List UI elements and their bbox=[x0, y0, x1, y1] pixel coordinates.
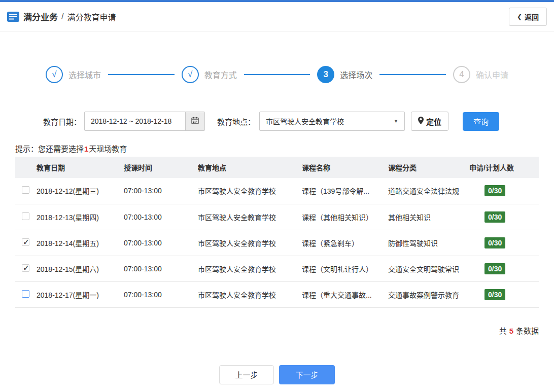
cell-course-name: 课程（紧急刹车） bbox=[302, 230, 388, 256]
location-pin-icon bbox=[418, 117, 424, 126]
cell-education-date: 2018-12-15(星期六) bbox=[37, 256, 124, 281]
table-row: 2018-12-14(星期五) 07:00-13:00 市区驾驶人安全教育学校 … bbox=[15, 230, 539, 256]
table-row: 2018-12-15(星期六) 07:00-13:00 市区驾驶人安全教育学校 … bbox=[15, 256, 539, 281]
table-header-row: 教育日期 授课时间 教育地点 课程名称 课程分类 申请/计划人数 bbox=[15, 157, 539, 178]
row-checkbox[interactable] bbox=[22, 212, 29, 220]
row-checkbox[interactable] bbox=[22, 290, 29, 298]
cell-education-location: 市区驾驶人安全教育学校 bbox=[198, 178, 302, 204]
cell-course-name: 课程（其他相关知识） bbox=[302, 204, 388, 230]
header-education-date: 教育日期 bbox=[37, 157, 124, 178]
row-checkbox[interactable] bbox=[22, 264, 29, 272]
locate-button[interactable]: 定位 bbox=[411, 112, 448, 131]
step-1-label: 选择城市 bbox=[68, 68, 101, 81]
step-select-city: √ 选择城市 bbox=[46, 66, 101, 83]
step-connector bbox=[108, 74, 175, 75]
checkbox-icon bbox=[22, 290, 29, 298]
step-4-marker: 4 bbox=[453, 66, 470, 83]
step-connector bbox=[244, 74, 310, 75]
cell-education-location: 市区驾驶人安全教育学校 bbox=[198, 256, 302, 281]
step-3-label: 选择场次 bbox=[340, 68, 372, 81]
breadcrumb-current: 满分教育申请 bbox=[67, 11, 116, 23]
breadcrumb-separator: / bbox=[61, 12, 63, 21]
back-button-label: 返回 bbox=[525, 12, 539, 22]
menu-list-icon bbox=[7, 12, 19, 22]
locate-button-label: 定位 bbox=[426, 116, 441, 127]
education-date-input[interactable] bbox=[85, 112, 185, 130]
header: 满分业务 / 满分教育申请 ❮ 返回 bbox=[0, 2, 554, 31]
total-number: 5 bbox=[509, 327, 513, 335]
step-confirm-application: 4 确认申请 bbox=[453, 66, 508, 83]
total-count: 共5条数据 bbox=[0, 325, 554, 336]
cell-class-time: 07:00-13:00 bbox=[124, 256, 198, 281]
row-checkbox[interactable] bbox=[22, 238, 29, 246]
row-checkbox[interactable] bbox=[22, 186, 29, 194]
cell-education-date: 2018-12-17(星期一) bbox=[37, 281, 124, 307]
cell-course-category: 道路交通安全法律法规 bbox=[388, 178, 469, 204]
hint-suffix: 天现场教育 bbox=[89, 145, 127, 153]
filter-bar: 教育日期： 教育地点： 市区驾驶人安全教育学校 ▼ 定位 查询 bbox=[0, 112, 554, 131]
header-course-category: 课程分类 bbox=[388, 157, 469, 178]
checkbox-icon bbox=[22, 264, 29, 272]
hint-days-highlight: 1 bbox=[84, 145, 89, 153]
cell-course-category: 交通安全文明驾驶常识 bbox=[388, 256, 469, 281]
cell-education-date: 2018-12-13(星期四) bbox=[37, 204, 124, 230]
header-course-name: 课程名称 bbox=[302, 157, 388, 178]
search-button[interactable]: 查询 bbox=[463, 112, 499, 131]
education-location-value: 市区驾驶人安全教育学校 bbox=[266, 116, 344, 126]
cell-class-time: 07:00-13:00 bbox=[124, 204, 198, 230]
cell-course-name: 课程（重大交通事故... bbox=[302, 281, 388, 307]
cell-course-category: 防御性驾驶知识 bbox=[388, 230, 469, 256]
quota-badge: 0/30 bbox=[484, 289, 505, 300]
previous-step-button[interactable]: 上一步 bbox=[219, 365, 274, 384]
table-row: 2018-12-13(星期四) 07:00-13:00 市区驾驶人安全教育学校 … bbox=[15, 204, 539, 230]
education-date-label: 教育日期： bbox=[43, 116, 81, 127]
cell-education-location: 市区驾驶人安全教育学校 bbox=[198, 230, 302, 256]
cell-education-location: 市区驾驶人安全教育学校 bbox=[198, 204, 302, 230]
cell-class-time: 07:00-13:00 bbox=[124, 281, 198, 307]
step-3-marker: 3 bbox=[317, 66, 334, 83]
step-connector bbox=[379, 74, 446, 75]
cell-education-date: 2018-12-12(星期三) bbox=[37, 178, 124, 204]
wizard-actions: 上一步 下一步 bbox=[0, 365, 554, 384]
education-date-input-group bbox=[84, 112, 205, 131]
cell-class-time: 07:00-13:00 bbox=[124, 178, 198, 204]
quota-badge: 0/30 bbox=[484, 185, 505, 196]
checkbox-icon bbox=[22, 238, 29, 246]
back-button[interactable]: ❮ 返回 bbox=[509, 8, 547, 26]
breadcrumb-root: 满分业务 bbox=[23, 10, 58, 23]
cell-course-name: 课程（文明礼让行人） bbox=[302, 256, 388, 281]
step-2-marker: √ bbox=[182, 66, 199, 83]
header-checkbox-col bbox=[15, 157, 37, 178]
education-location-label: 教育地点： bbox=[217, 116, 255, 127]
quota-badge: 0/30 bbox=[484, 211, 505, 223]
step-select-session: 3 选择场次 bbox=[317, 66, 372, 83]
calendar-icon bbox=[191, 117, 199, 126]
page: 满分业务 / 满分教育申请 ❮ 返回 √ 选择城市 √ 教育方式 3 选择场次 … bbox=[0, 0, 554, 384]
step-2-label: 教育方式 bbox=[204, 68, 237, 81]
step-4-label: 确认申请 bbox=[476, 68, 508, 81]
step-education-mode: √ 教育方式 bbox=[182, 66, 237, 83]
education-location-select[interactable]: 市区驾驶人安全教育学校 ▼ bbox=[259, 112, 405, 131]
cell-education-date: 2018-12-14(星期五) bbox=[37, 230, 124, 256]
hint-prefix: 提示：您还需要选择 bbox=[15, 145, 84, 153]
back-chevron-icon: ❮ bbox=[517, 13, 522, 20]
calendar-button[interactable] bbox=[185, 112, 204, 130]
hint-text: 提示：您还需要选择1天现场教育 bbox=[0, 143, 554, 154]
stepper: √ 选择城市 √ 教育方式 3 选择场次 4 确认申请 bbox=[0, 66, 554, 83]
cell-course-category: 交通事故案例警示教育 bbox=[388, 281, 469, 307]
cell-education-location: 市区驾驶人安全教育学校 bbox=[198, 281, 302, 307]
cell-course-name: 课程（139号部令解... bbox=[302, 178, 388, 204]
header-education-location: 教育地点 bbox=[198, 157, 302, 178]
next-step-button[interactable]: 下一步 bbox=[279, 365, 335, 384]
step-1-marker: √ bbox=[46, 66, 63, 83]
header-class-time: 授课时间 bbox=[124, 157, 198, 178]
dropdown-caret-icon: ▼ bbox=[394, 119, 398, 124]
quota-badge: 0/30 bbox=[484, 237, 505, 248]
cell-class-time: 07:00-13:00 bbox=[124, 230, 198, 256]
quota-badge: 0/30 bbox=[484, 263, 505, 274]
checkbox-icon bbox=[22, 212, 29, 220]
session-table: 教育日期 授课时间 教育地点 课程名称 课程分类 申请/计划人数 2018-12… bbox=[15, 157, 539, 308]
table-row: 2018-12-12(星期三) 07:00-13:00 市区驾驶人安全教育学校 … bbox=[15, 178, 539, 204]
cell-course-category: 其他相关知识 bbox=[388, 204, 469, 230]
total-suffix: 条数据 bbox=[516, 327, 539, 335]
